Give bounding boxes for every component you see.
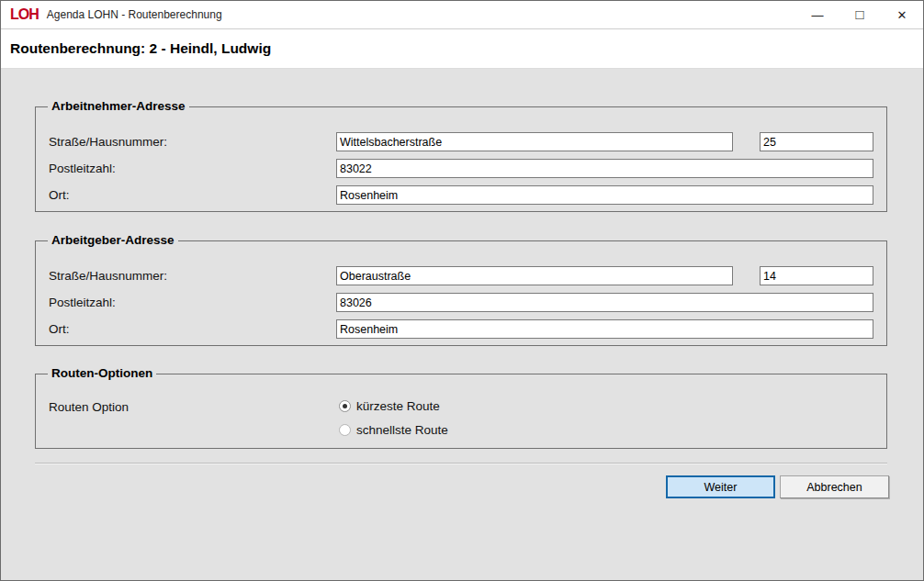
radio-unchecked-icon [339, 424, 351, 436]
route-option-label: Routen Option [49, 397, 129, 417]
footer-separator [35, 463, 887, 464]
employee-city-label: Ort: [49, 185, 70, 205]
employer-zip-input[interactable] [336, 293, 873, 312]
minimize-icon: — [812, 9, 824, 21]
close-icon: ✕ [897, 9, 907, 21]
employer-zip-label: Postleitzahl: [49, 293, 116, 312]
maximize-button[interactable]: □ [839, 1, 881, 28]
weiter-button[interactable]: Weiter [666, 475, 775, 498]
page-header: Routenberechnung: 2 - Heindl, Ludwig [1, 29, 923, 69]
groupbox-legend: Routen-Optionen [48, 366, 156, 380]
radio-checked-icon [339, 400, 351, 412]
abbrechen-button[interactable]: Abbrechen [780, 475, 889, 498]
app-window: LOH Agenda LOHN - Routenberechnung — □ ✕… [0, 0, 924, 581]
agenda-logo: LOH [10, 6, 39, 23]
radio-option-shortest-route[interactable]: kürzeste Route [339, 397, 440, 414]
groupbox-legend: Arbeitnehmer-Adresse [48, 99, 189, 113]
employee-city-input[interactable] [336, 185, 873, 205]
window-title: Agenda LOHN - Routenberechnung [47, 8, 222, 21]
employee-street-input[interactable] [336, 132, 733, 151]
employee-zip-label: Postleitzahl: [49, 159, 116, 178]
close-button[interactable]: ✕ [881, 1, 923, 28]
employer-city-label: Ort: [49, 319, 70, 339]
groupbox-employer-address: Arbeitgeber-Adresse Straße/Hausnummer: P… [35, 240, 887, 346]
minimize-button[interactable]: — [796, 1, 839, 28]
employer-house-number-input[interactable] [760, 266, 873, 285]
employer-street-label: Straße/Hausnummer: [49, 266, 167, 285]
employee-house-number-input[interactable] [760, 132, 873, 151]
employer-city-input[interactable] [336, 319, 873, 339]
employer-street-input[interactable] [336, 266, 733, 285]
window-controls: — □ ✕ [796, 1, 923, 28]
employee-zip-input[interactable] [336, 159, 873, 178]
radio-option-fastest-route[interactable]: schnellste Route [339, 421, 448, 438]
title-bar: LOH Agenda LOHN - Routenberechnung — □ ✕ [1, 1, 923, 29]
page-title: Routenberechnung: 2 - Heindl, Ludwig [10, 40, 271, 57]
dialog-body: Arbeitnehmer-Adresse Straße/Hausnummer: … [1, 69, 923, 580]
employee-street-label: Straße/Hausnummer: [49, 132, 167, 151]
groupbox-employee-address: Arbeitnehmer-Adresse Straße/Hausnummer: … [35, 106, 887, 212]
radio-label: kürzeste Route [356, 399, 440, 413]
maximize-icon: □ [855, 7, 863, 21]
groupbox-route-options: Routen-Optionen Routen Option kürzeste R… [35, 374, 887, 449]
groupbox-legend: Arbeitgeber-Adresse [48, 233, 178, 247]
radio-label: schnellste Route [356, 423, 448, 437]
